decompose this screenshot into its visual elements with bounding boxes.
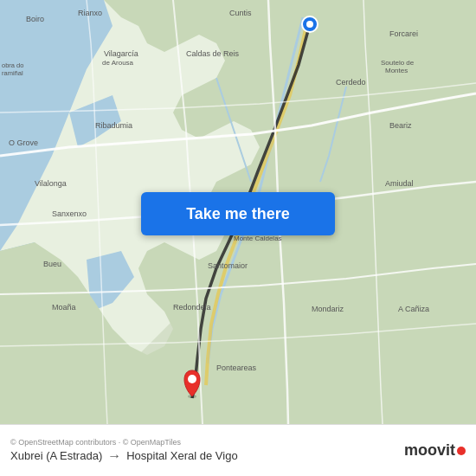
svg-text:ramiñal: ramiñal <box>2 69 23 77</box>
map-container: Boiro Rianxo Cuntis Vilagarcía de Arousa… <box>0 0 476 424</box>
svg-text:Santomaior: Santomaior <box>208 261 248 270</box>
svg-text:A Cañiza: A Cañiza <box>398 305 429 313</box>
moovit-dot <box>457 447 466 455</box>
svg-text:Cuntis: Cuntis <box>229 9 252 17</box>
svg-text:Forcarei: Forcarei <box>389 29 418 38</box>
svg-text:obra do: obra do <box>2 61 23 69</box>
svg-text:Mondariz: Mondariz <box>312 305 344 313</box>
route-info: Xubrei (A Estrada) → Hospital Xeral de V… <box>10 448 238 464</box>
svg-text:Cerdedo: Cerdedo <box>336 78 366 87</box>
svg-text:Rianxo: Rianxo <box>78 9 102 17</box>
moovit-wordmark: moovit <box>404 441 455 460</box>
svg-text:Caldas de Reis: Caldas de Reis <box>186 49 240 58</box>
route-arrow: → <box>107 448 121 464</box>
svg-text:Ribadumia: Ribadumia <box>95 121 132 130</box>
svg-text:Soutelo de: Soutelo de <box>381 59 415 67</box>
svg-text:Vilalonga: Vilalonga <box>35 179 67 188</box>
footer-left: © OpenStreetMap contributors · © OpenMap… <box>10 438 238 464</box>
svg-text:Ponteareas: Ponteareas <box>216 363 257 372</box>
svg-text:Moaña: Moaña <box>52 303 76 312</box>
svg-text:Monte Caldelas: Monte Caldelas <box>234 235 282 242</box>
svg-point-28 <box>306 21 313 28</box>
svg-text:Vilagarcía: Vilagarcía <box>104 49 138 58</box>
svg-text:O Grove: O Grove <box>9 138 38 147</box>
svg-text:Amiudal: Amiudal <box>385 179 414 188</box>
footer: © OpenStreetMap contributors · © OpenMap… <box>0 424 476 476</box>
svg-text:Sanxenxo: Sanxenxo <box>52 209 87 218</box>
svg-text:Montes: Montes <box>385 67 408 74</box>
destination-label: Hospital Xeral de Vigo <box>126 449 237 462</box>
svg-text:Beariz: Beariz <box>389 121 412 130</box>
svg-point-30 <box>188 375 196 383</box>
svg-text:Boiro: Boiro <box>26 15 44 23</box>
take-me-there-button[interactable]: Take me there <box>141 192 335 235</box>
attribution-text: © OpenStreetMap contributors · © OpenMap… <box>10 438 238 447</box>
svg-text:de Arousa: de Arousa <box>102 59 134 67</box>
svg-text:Bueu: Bueu <box>43 260 61 268</box>
moovit-logo-container: moovit <box>404 441 466 460</box>
origin-label: Xubrei (A Estrada) <box>10 449 102 462</box>
svg-text:Redondela: Redondela <box>173 303 211 312</box>
